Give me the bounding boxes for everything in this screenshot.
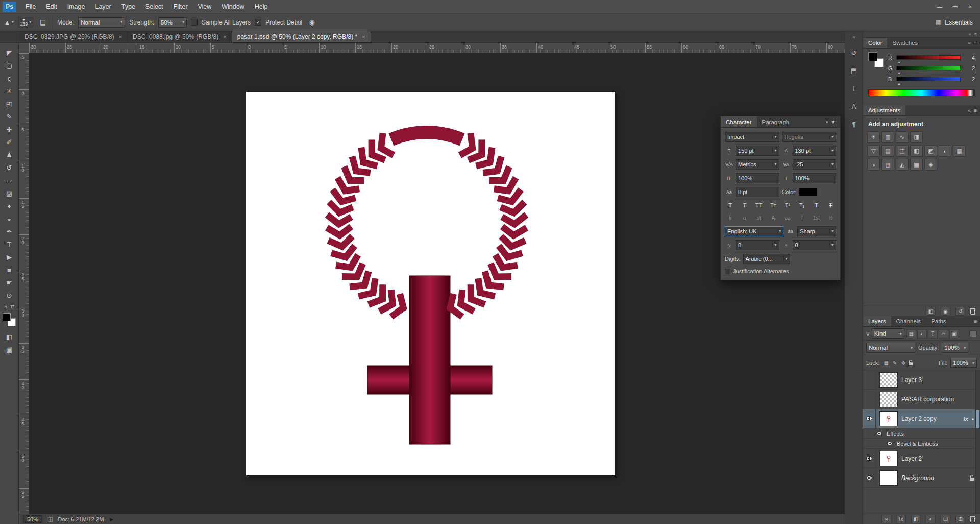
info-panel-icon[interactable]: i [848,83,860,93]
collapse-effects-icon[interactable]: ▴ [972,416,974,421]
status-menu-icon[interactable]: ► [109,516,114,522]
pen-tool[interactable]: ✒ [2,225,16,238]
new-layer-icon[interactable]: ⊞ [955,515,965,523]
visibility-toggle[interactable] [863,409,876,428]
new-group-icon[interactable]: ❏ [941,515,950,523]
properties-panel-icon[interactable]: ▤ [848,65,860,76]
move-tool[interactable]: ◤ [2,46,16,59]
black-white-adjustment-icon[interactable]: ◧ [910,145,923,157]
layers-scrollbar[interactable] [975,370,980,514]
ligatures-button[interactable]: fi [725,213,736,223]
tab-color[interactable]: Color [863,38,887,48]
subscript-button[interactable]: T₁ [797,200,807,210]
selective-color-adjustment-icon[interactable]: ◈ [924,159,937,171]
active-tool-preset[interactable]: ▲ ▾ [4,19,14,26]
faux-bold-button[interactable]: T [725,200,736,210]
restore-icon[interactable]: ▭ [948,2,962,11]
posterize-adjustment-icon[interactable]: ▧ [881,159,894,171]
layer-row[interactable]: Background [863,468,980,488]
faux-italic-button[interactable]: T [739,200,750,210]
swap-colors-icon[interactable]: ⇄ [10,304,14,309]
color-swatch-preview[interactable] [868,52,884,67]
justification-alternates-checkbox[interactable] [725,269,730,274]
tab-layers[interactable]: Layers [863,316,891,326]
visibility-toggle[interactable] [886,441,894,446]
blur-tool[interactable]: ♦ [2,200,16,212]
channel-slider[interactable]: ▲ [896,55,961,60]
tab-paragraph[interactable]: Paragraph [757,116,795,127]
vibrance-adjustment-icon[interactable]: ▽ [867,145,880,157]
photo-filter-adjustment-icon[interactable]: ◩ [924,145,937,157]
minimize-icon[interactable]: — [933,2,947,11]
ordinals-button[interactable]: 1st [811,213,822,223]
zoom-tool[interactable]: ⊙ [2,289,16,302]
filter-pixel-layers-icon[interactable]: ▦ [906,329,916,338]
path-selection-tool[interactable]: ▶ [2,251,16,264]
font-size-select[interactable]: 150 pt ▾ [736,146,779,156]
filter-smart-objects-icon[interactable]: ▣ [949,329,959,338]
tab-paths[interactable]: Paths [926,316,951,326]
panel-menu-icon[interactable]: ≡ [974,108,977,113]
quick-selection-tool[interactable]: ✳ [2,85,16,98]
fractions-button[interactable]: ½ [825,213,836,223]
document-tab[interactable]: DSC_0088.jpg @ 50% (RGB/8)× [128,31,232,42]
layer-row[interactable]: ♀Layer 2 copyfx▴ [863,409,980,428]
tracking-select[interactable]: -25 ▾ [793,159,837,170]
tab-adjustments[interactable]: Adjustments [863,105,905,115]
default-colors-icon[interactable]: ◱ [4,304,9,309]
kashida-left-select[interactable]: 0 ▾ [736,240,779,250]
delete-adjustment-icon[interactable] [970,309,975,315]
baseline-shift-field[interactable]: 0 pt [736,187,779,197]
menu-view[interactable]: View [192,0,216,13]
gradient-tool[interactable]: ▨ [2,187,16,200]
kerning-select[interactable]: Metrics ▾ [736,159,779,170]
anti-alias-select[interactable]: Sharp ▾ [797,226,836,236]
filter-toggle[interactable] [969,330,977,337]
close-icon[interactable]: × [963,2,977,11]
channel-value[interactable]: 4 [964,55,975,61]
delete-layer-icon[interactable] [970,517,975,522]
lasso-tool[interactable]: ς [2,72,16,85]
channel-value[interactable]: 2 [964,65,975,72]
collapse-panel-icon[interactable]: « [968,108,971,113]
vertical-scale-field[interactable]: 100% [736,173,779,183]
slider-thumb-icon[interactable]: ▲ [897,71,901,75]
small-caps-button[interactable]: Tᴛ [768,200,778,210]
strength-select[interactable]: 50% ▾ [158,17,187,28]
quick-mask-icon[interactable]: ◧ [2,330,16,343]
font-style-select[interactable]: Regular ▾ [782,132,837,142]
collapse-dock-icon[interactable]: « [969,32,971,37]
slider-thumb-icon[interactable]: ▲ [897,82,901,85]
toggle-brush-panel-icon[interactable]: ▤ [37,17,48,28]
ruler-vertical[interactable]: 50510152025303540455055 [19,53,29,514]
filter-type-layers-icon[interactable]: T [928,329,938,338]
underline-button[interactable]: T [811,200,822,210]
eraser-tool[interactable]: ▱ [2,174,16,187]
adjustment-layer-icon[interactable]: ◐ [926,515,936,523]
document-tab[interactable]: pasar 1.psd @ 50% (Layer 2 copy, RGB/8) … [232,31,371,42]
mode-select[interactable]: Normal ▾ [78,17,125,28]
type-tool[interactable]: T [2,238,16,251]
tab-close-icon[interactable]: × [223,34,226,40]
visibility-toggle[interactable] [863,468,876,487]
menu-select[interactable]: Select [140,0,168,13]
menu-edit[interactable]: Edit [41,0,62,13]
tab-swatches[interactable]: Swatches [887,38,923,48]
rectangular-marquee-tool[interactable]: ▢ [2,59,16,72]
character-panel-icon[interactable]: A [848,101,860,111]
panel-menu-icon[interactable]: ▾≡ [831,119,837,125]
exposure-adjustment-icon[interactable]: ◨ [910,131,923,143]
curves-adjustment-icon[interactable]: ∿ [896,131,909,143]
color-swatches[interactable] [3,313,16,326]
stylistic-alternates-button[interactable]: aa [782,213,793,223]
toggle-visibility-icon[interactable]: ◉ [941,307,950,316]
channel-slider[interactable]: ▲ [896,77,961,81]
zoom-level-field[interactable]: 50% [23,515,42,523]
channel-mixer-adjustment-icon[interactable]: ◐ [939,145,951,157]
paragraph-panel-icon[interactable]: ¶ [848,119,860,129]
tab-character[interactable]: Character [721,116,757,127]
airbrush-icon[interactable]: ◉ [306,17,317,28]
layer-row[interactable]: ♀Layer 2 [863,449,980,468]
tab-close-icon[interactable]: × [119,34,122,40]
superscript-button[interactable]: T¹ [782,200,793,210]
